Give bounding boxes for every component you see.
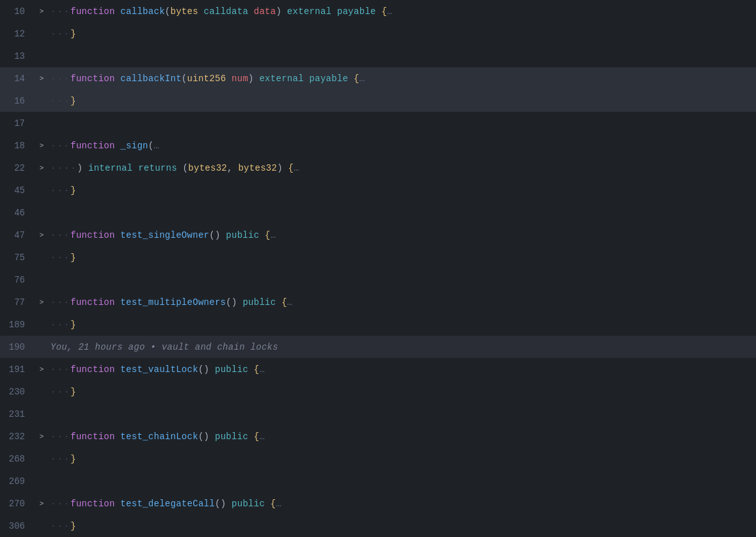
line-number: 18	[0, 141, 35, 151]
fold-arrow[interactable]: >	[35, 500, 48, 508]
punctuation: )	[277, 163, 283, 173]
code-text	[248, 364, 254, 375]
code-editor: 10>···function callback(bytes calldata d…	[0, 0, 756, 537]
table-row: 77>···function test_multipleOwners() pub…	[0, 291, 756, 313]
indent-dots: ···	[51, 387, 70, 397]
code-content: ···}	[48, 96, 756, 106]
table-row: 189···}	[0, 313, 756, 336]
fold-arrow[interactable]: >	[35, 8, 48, 15]
keyword-modifier: public	[232, 499, 265, 509]
code-content: ···function callback(bytes calldata data…	[48, 6, 756, 17]
fold-arrow[interactable]: >	[35, 231, 48, 239]
brace: }	[70, 253, 76, 263]
code-content: ···}	[48, 320, 756, 330]
code-text	[304, 74, 310, 84]
line-number: 46	[0, 208, 35, 218]
code-content: ···function test_multipleOwners() public…	[48, 297, 756, 307]
fold-arrow[interactable]: >	[35, 164, 48, 172]
code-text	[248, 6, 254, 17]
function-name: test_chainLock	[120, 432, 198, 442]
keyword-function: function	[70, 6, 114, 17]
table-row: 45···}	[0, 179, 756, 201]
code-content: ···function _sign(…	[48, 141, 756, 151]
table-row: 18>···function _sign(…	[0, 134, 756, 157]
line-number: 270	[0, 499, 35, 509]
brace: {	[281, 297, 287, 307]
function-name: test_singleOwner	[120, 230, 209, 240]
brace: }	[70, 320, 76, 330]
table-row: 16···}	[0, 90, 756, 112]
code-text	[226, 499, 232, 509]
line-number: 13	[0, 51, 35, 61]
param-name: num	[232, 74, 248, 84]
punctuation: (	[183, 163, 189, 173]
fold-arrow[interactable]: >	[35, 433, 48, 440]
keyword-modifier: internal	[88, 163, 132, 173]
line-number: 268	[0, 454, 35, 464]
ellipsis: …	[271, 230, 276, 240]
punctuation: (	[182, 74, 187, 84]
table-row: 230···}	[0, 380, 756, 403]
function-name: _sign	[120, 141, 148, 151]
code-text	[281, 6, 287, 17]
param-type: uint256	[187, 74, 226, 84]
punctuation: )	[276, 6, 281, 17]
keyword-modifier: payable	[310, 74, 349, 84]
fold-arrow[interactable]: >	[35, 75, 48, 82]
table-row: 191>···function test_vaultLock() public …	[0, 358, 756, 380]
ellipsis: …	[276, 499, 281, 509]
fold-arrow[interactable]: >	[35, 366, 48, 373]
keyword-function: function	[70, 230, 114, 240]
code-content: ····) internal returns (bytes32, bytes32…	[48, 163, 756, 173]
function-name: test_vaultLock	[120, 364, 198, 375]
keyword-function: function	[70, 499, 114, 509]
table-row: 270>···function test_delegateCall() publ…	[0, 492, 756, 515]
fold-arrow[interactable]: >	[35, 299, 48, 306]
table-row: 231	[0, 403, 756, 425]
punctuation: )	[248, 74, 254, 84]
table-row: 232>···function test_chainLock() public …	[0, 425, 756, 447]
table-row: 10>···function callback(bytes calldata d…	[0, 0, 756, 22]
code-text	[226, 74, 232, 84]
line-number: 16	[0, 96, 35, 106]
code-text	[198, 6, 204, 17]
code-text	[248, 432, 254, 442]
param-type: bytes32	[238, 163, 277, 173]
punctuation: ()	[226, 297, 237, 307]
table-row: 75···}	[0, 246, 756, 268]
table-row: 269	[0, 470, 756, 492]
keyword-modifier: payable	[337, 6, 376, 17]
ellipsis: …	[287, 297, 293, 307]
keyword-function: function	[70, 364, 114, 375]
line-number: 10	[0, 6, 35, 17]
table-row: 190You, 21 hours ago • vault and chain l…	[0, 336, 756, 358]
line-number: 75	[0, 253, 35, 263]
code-lines: 10>···function callback(bytes calldata d…	[0, 0, 756, 537]
line-number: 77	[0, 297, 35, 307]
table-row: 13	[0, 45, 756, 67]
code-text	[132, 163, 138, 173]
line-number: 269	[0, 476, 35, 486]
keyword-function: function	[70, 74, 114, 84]
indent-dots: ···	[51, 230, 70, 240]
line-number: 189	[0, 320, 35, 330]
indent-dots: ···	[51, 454, 70, 464]
code-text	[276, 297, 281, 307]
punctuation: (	[165, 6, 171, 17]
line-number: 191	[0, 364, 35, 375]
fold-arrow[interactable]: >	[35, 142, 48, 150]
line-number: 17	[0, 118, 35, 128]
indent-dots: ···	[51, 29, 70, 39]
code-content: ···function test_singleOwner() public {…	[48, 230, 756, 240]
keyword-function: function	[70, 297, 114, 307]
code-text	[265, 499, 271, 509]
punctuation: ()	[209, 230, 220, 240]
code-text	[259, 230, 265, 240]
code-text	[177, 163, 183, 173]
ellipsis: …	[359, 74, 365, 84]
table-row: 47>···function test_singleOwner() public…	[0, 224, 756, 246]
indent-dots: ···	[51, 141, 70, 151]
keyword-modifier: external	[259, 74, 303, 84]
ellipsis: …	[259, 432, 265, 442]
indent-dots: ···	[51, 499, 70, 509]
